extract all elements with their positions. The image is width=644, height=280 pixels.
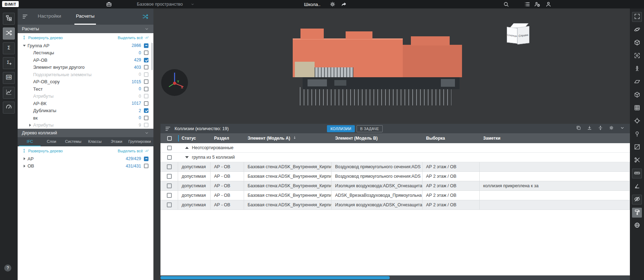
workspace-selector[interactable]: Базовое пространство xyxy=(137,0,183,8)
tree-item-checkbox[interactable] xyxy=(144,123,148,127)
expander-icon[interactable] xyxy=(28,124,32,127)
tree-filter-tab-1[interactable]: Слои xyxy=(41,137,62,146)
collisions-filter-button[interactable]: КОЛЛИЗИИ xyxy=(327,125,355,132)
select-all-link[interactable]: Выделить всё xyxy=(118,35,149,40)
workspace-chevron-down-icon[interactable] xyxy=(190,0,195,8)
tree-scrollbar[interactable] xyxy=(151,43,153,70)
group-row[interactable]: Неотсортированные xyxy=(160,143,630,153)
tree-item-checkbox[interactable] xyxy=(144,72,148,77)
fit-rows-icon[interactable] xyxy=(598,125,603,132)
tree-filter-tab-4[interactable]: Этажи xyxy=(106,137,127,146)
tree-item-checkbox[interactable] xyxy=(144,79,148,84)
tool-section-plane[interactable] xyxy=(632,77,642,87)
group-row[interactable]: группа из 5 коллизий xyxy=(160,153,630,162)
row-checkbox[interactable] xyxy=(167,202,172,207)
app-logo[interactable]: BiMiT xyxy=(2,1,19,7)
tool-charts[interactable] xyxy=(3,87,15,99)
tool-dashboard[interactable] xyxy=(3,102,15,114)
tool-drawings-2d[interactable]: 2D xyxy=(3,72,15,84)
tree-filter-tab-3[interactable]: Классы xyxy=(84,137,105,146)
collapse-panel-icon[interactable] xyxy=(620,125,625,132)
expander-icon[interactable] xyxy=(22,45,27,47)
tool-add-calculation[interactable]: Σ xyxy=(3,57,15,69)
project-settings-gear-icon[interactable] xyxy=(329,0,336,8)
select-all-checkbox[interactable] xyxy=(167,136,172,141)
collision-row[interactable]: допустимаяАР - ОВБазовая стена:ADSK_Внут… xyxy=(160,181,630,191)
building-model[interactable] xyxy=(293,28,469,114)
tool-measure[interactable] xyxy=(632,169,642,178)
tab-settings[interactable]: Настройки xyxy=(36,8,62,25)
collapse-section-icon[interactable] xyxy=(144,130,149,135)
duplicate-icon[interactable] xyxy=(576,125,581,132)
tree-item-checkbox[interactable] xyxy=(144,65,148,69)
tree-item-checkbox[interactable] xyxy=(144,94,148,98)
tool-pin-view[interactable] xyxy=(632,129,642,139)
collision-row[interactable]: допустимаяАР - ОВБазовая стена:ADSK_Внут… xyxy=(160,191,630,200)
expander-icon[interactable] xyxy=(22,165,27,168)
tree-item-checkbox[interactable] xyxy=(144,87,148,91)
view-cube-front-face[interactable]: Спереди xyxy=(507,27,517,44)
collisions-shuffle-icon[interactable] xyxy=(142,13,148,20)
scrollbar-thumb[interactable] xyxy=(160,276,390,279)
tool-model-tree[interactable] xyxy=(3,13,15,25)
panel-menu-icon[interactable] xyxy=(22,13,28,20)
tree-filter-tab-2[interactable]: Системы xyxy=(62,137,84,146)
select-all-link[interactable]: Выделить всё xyxy=(118,148,149,153)
export-download-icon[interactable] xyxy=(587,125,592,132)
tree-item[interactable]: Дубликаты2 xyxy=(18,107,153,115)
tree-item-checkbox[interactable] xyxy=(144,50,148,55)
tree-item[interactable]: Атрибуты0 xyxy=(18,93,153,100)
expand-tree-link[interactable]: Развернуть дерево xyxy=(22,148,63,153)
group-checkbox[interactable] xyxy=(167,146,172,150)
share-icon[interactable] xyxy=(341,0,347,8)
column-header-element-a[interactable]: Элемент (Модель A) xyxy=(244,133,332,143)
help-button[interactable]: ? xyxy=(4,264,11,272)
tree-item-checkbox[interactable] xyxy=(144,164,148,168)
tool-section-box[interactable] xyxy=(632,90,642,100)
tool-paint-selection[interactable] xyxy=(632,208,642,218)
column-resize-indicator[interactable] xyxy=(178,135,179,141)
workspace-icon[interactable] xyxy=(106,0,112,8)
tree-item-checkbox[interactable] xyxy=(144,58,148,62)
tool-collisions[interactable] xyxy=(3,28,15,39)
tree-item[interactable]: вк0 xyxy=(18,114,153,122)
tree-filter-tab-5[interactable]: Группировки xyxy=(127,137,152,146)
calculations-section-header[interactable]: Расчеты xyxy=(18,25,153,33)
group-expander-icon[interactable] xyxy=(185,147,189,149)
user-activity-icon[interactable] xyxy=(534,0,540,8)
tool-fit-view[interactable] xyxy=(632,12,642,22)
group-checkbox[interactable] xyxy=(167,155,172,160)
column-header-selection[interactable]: Выборка xyxy=(423,133,480,143)
tool-minimap-globe[interactable] xyxy=(632,221,642,231)
tree-item[interactable]: Элемент внутри другого403 xyxy=(18,64,153,71)
tree-item[interactable]: Лестницы0 xyxy=(18,49,153,57)
tree-item-checkbox[interactable] xyxy=(144,101,148,106)
collision-row[interactable]: допустимаяАР - ОВБазовая стена:ADSK_Внут… xyxy=(160,162,630,172)
table-settings-icon[interactable] xyxy=(609,125,614,132)
tool-hide-elements[interactable] xyxy=(632,195,642,205)
tree-item[interactable]: АР-ОВ_copy1015 xyxy=(18,78,153,86)
tree-item-checkbox[interactable] xyxy=(144,108,148,113)
collapse-section-icon[interactable] xyxy=(144,26,149,31)
menu-list-icon[interactable] xyxy=(524,0,530,8)
tool-grid-view[interactable] xyxy=(632,103,642,113)
tree-item-checkbox[interactable] xyxy=(144,43,148,48)
tool-walkthrough[interactable] xyxy=(632,64,642,74)
expand-tree-link[interactable]: Развернуть дерево xyxy=(22,35,63,40)
row-checkbox[interactable] xyxy=(167,183,172,188)
tree-item[interactable]: АР-ОВ429 xyxy=(18,56,153,64)
tree-filter-tab-0[interactable]: IFC xyxy=(19,137,41,146)
in-task-filter-button[interactable]: В ЗАДАЧЕ xyxy=(357,125,382,132)
tree-item[interactable]: Атрибуты9 xyxy=(18,122,153,129)
tool-section-fill[interactable] xyxy=(632,142,642,152)
tree-item[interactable]: АР429/429 xyxy=(18,155,153,163)
column-header-section[interactable]: Раздел xyxy=(211,133,244,143)
axis-gizmo[interactable]: X Y xyxy=(161,69,188,96)
collision-row[interactable]: допустимаяАР - ОВБазовая стена:ADSK_Внут… xyxy=(160,200,630,210)
tree-item[interactable]: АР-ВК1017 xyxy=(18,100,153,107)
view-cube-right-face[interactable]: Справа xyxy=(517,26,529,44)
tool-focus-selection[interactable] xyxy=(632,51,642,61)
row-checkbox[interactable] xyxy=(167,164,172,169)
view-cube[interactable]: Спереди Справа xyxy=(506,23,530,45)
tool-calculations[interactable]: Σ xyxy=(3,42,15,54)
